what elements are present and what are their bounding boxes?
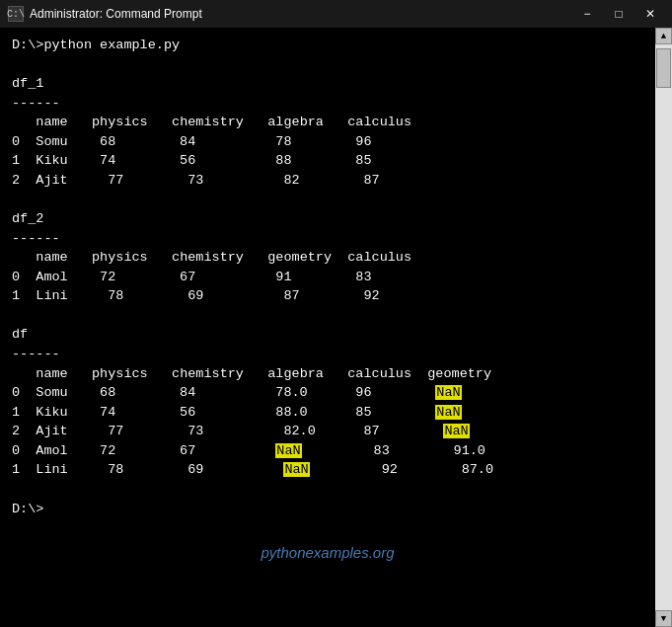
df-row1: 1 Kiku745688.085NaN [12,403,643,423]
df-row0: 0 Somu688478.096NaN [12,383,643,403]
maximize-button[interactable]: □ [605,4,633,24]
nan-highlight-3: NaN [275,443,301,458]
df1-row2: 2 Ajit77738287 [12,171,643,191]
nan-highlight-4: NaN [283,462,309,477]
df2-separator: ------ [12,229,643,249]
scrollbar-track[interactable] [655,44,672,610]
df-row4: 1 Lini7869NaN9287.0 [12,460,643,480]
titlebar: C:\ Administrator: Command Prompt − □ ✕ [0,0,672,28]
window-controls: − □ ✕ [573,4,664,24]
scrollbar[interactable]: ▲ ▼ [655,28,672,627]
df1-separator: ------ [12,94,643,114]
df-row3: 0 Amol7267NaN8391.0 [12,441,643,461]
watermark: pythonexamples.org [12,542,643,564]
console-area: D:\>python example.py df_1 ------ nameph… [0,28,655,627]
minimize-button[interactable]: − [573,4,601,24]
nan-highlight-1: NaN [435,405,461,420]
nan-highlight-2: NaN [443,424,469,438]
df-header: namephysicschemistryalgebracalculusgeome… [12,364,643,384]
df1-header: namephysicschemistryalgebracalculus [12,113,643,132]
df1-label: df_1 [12,74,643,94]
close-button[interactable]: ✕ [636,4,664,24]
nan-highlight-0: NaN [435,385,461,400]
df2-row0: 0 Amol72679183 [12,268,643,287]
window-container: D:\>python example.py df_1 ------ nameph… [0,28,672,627]
df2-label: df_2 [12,209,643,229]
df2-header: namephysicschemistrygeometrycalculus [12,248,643,268]
final-prompt: D:\> [12,500,643,519]
app-icon: C:\ [8,6,24,22]
command-line: D:\>python example.py [12,36,643,55]
df-separator: ------ [12,345,643,364]
scroll-down-arrow[interactable]: ▼ [655,610,672,627]
df2-row1: 1 Lini78698792 [12,286,643,306]
scrollbar-thumb[interactable] [656,48,671,88]
df1-row0: 0 Somu68847896 [12,132,643,152]
df-label: df [12,325,643,345]
df-row2: 2 Ajit777382.087NaN [12,422,643,441]
window-title: Administrator: Command Prompt [30,7,573,21]
df1-row1: 1 Kiku74568885 [12,151,643,171]
scroll-up-arrow[interactable]: ▲ [655,28,672,44]
